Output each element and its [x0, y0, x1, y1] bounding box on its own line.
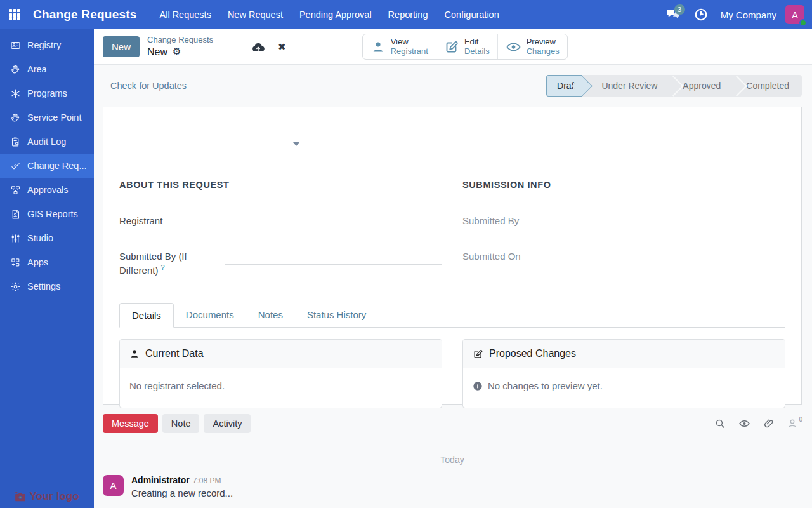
online-status-dot: [799, 19, 807, 27]
registrant-field[interactable]: [225, 213, 442, 229]
main-content: New Change Requests New ⚙ ✖ ViewRegistra…: [94, 29, 812, 508]
card-body-text: No registrant selected.: [129, 380, 225, 391]
report-icon: [10, 209, 21, 220]
record-name-dropdown[interactable]: [119, 133, 302, 150]
avatar-letter: A: [792, 10, 798, 20]
sidebar-item-area[interactable]: Area: [0, 57, 94, 81]
sidebar-item-change-requests[interactable]: Change Req...: [0, 154, 94, 178]
id-card-icon: [10, 40, 21, 51]
edit-details-button[interactable]: EditDetails: [436, 34, 497, 60]
sidebar-item-label: Programs: [27, 88, 67, 98]
menu-new-request[interactable]: New Request: [221, 6, 289, 23]
section-about-request: ABOUT THIS REQUEST: [119, 180, 442, 196]
gear-icon: [10, 281, 21, 292]
message-time: 7:08 PM: [193, 476, 221, 485]
followers-icon[interactable]: 0: [787, 418, 802, 429]
tab-documents[interactable]: Documents: [174, 303, 246, 328]
discard-icon[interactable]: ✖: [278, 41, 286, 53]
follower-count: 0: [799, 416, 802, 423]
author-avatar: A: [103, 475, 124, 496]
sidebar-item-registry[interactable]: Registry: [0, 33, 94, 57]
submitted-by-label: Submitted By: [462, 213, 568, 227]
sidebar-item-apps[interactable]: Apps: [0, 250, 94, 274]
control-panel: New Change Requests New ⚙ ✖ ViewRegistra…: [94, 29, 812, 65]
preview-changes-button[interactable]: PreviewChanges: [497, 34, 567, 60]
menu-pending-approval[interactable]: Pending Approval: [293, 6, 378, 23]
schedule-activity-button[interactable]: Activity: [204, 414, 251, 433]
audit-icon: [10, 137, 21, 147]
smart-buttons: ViewRegistrant EditDetails PreviewChange…: [362, 34, 568, 60]
company-switcher[interactable]: My Company: [721, 10, 776, 20]
notebook-tabs: Details Documents Notes Status History: [119, 302, 785, 328]
sidebar-item-label: Audit Log: [27, 137, 66, 147]
chevron-down-icon[interactable]: [293, 142, 299, 146]
tab-status-history[interactable]: Status History: [295, 303, 378, 328]
view-registrant-button[interactable]: ViewRegistrant: [363, 34, 436, 60]
watch-record-eye-icon[interactable]: [738, 418, 751, 429]
apps-grid-icon[interactable]: [0, 0, 29, 29]
submitted-by-if-different-field[interactable]: [225, 248, 442, 265]
search-messages-icon[interactable]: [714, 418, 726, 429]
breadcrumb-parent-link[interactable]: Change Requests: [147, 35, 213, 45]
save-cloud-icon[interactable]: [251, 41, 265, 52]
sidebar-item-audit-log[interactable]: Audit Log: [0, 130, 94, 154]
flow-icon: [10, 185, 21, 196]
sidebar: Registry Area Programs Service Point Aud…: [0, 29, 94, 508]
sidebar-item-label: Service Point: [27, 112, 81, 123]
sidebar-item-gis-reports[interactable]: GIS Reports: [0, 202, 94, 226]
submitted-on-value: [568, 248, 785, 265]
check-for-updates-link[interactable]: Check for Updates: [110, 81, 187, 91]
message-body: Creating a new record...: [131, 488, 233, 498]
sidebar-item-label: Change Req...: [27, 161, 87, 171]
menu-configuration[interactable]: Configuration: [438, 6, 505, 23]
registrant-label: Registrant: [119, 213, 225, 227]
card-title: Current Data: [145, 348, 204, 359]
status-step-approved[interactable]: Approved: [670, 75, 733, 97]
button-line1: Edit: [464, 37, 490, 47]
message-author: Administrator: [131, 475, 190, 485]
sidebar-item-settings[interactable]: Settings: [0, 274, 94, 298]
sidebar-item-programs[interactable]: Programs: [0, 81, 94, 105]
status-step-draft[interactable]: Draft: [546, 75, 582, 97]
button-line1: View: [391, 37, 428, 47]
send-message-button[interactable]: Message: [103, 414, 158, 433]
label-text: Submitted By (If Different): [119, 251, 187, 276]
current-data-card: Current Data No registrant selected.: [119, 339, 442, 408]
help-tooltip-icon: ?: [161, 264, 165, 271]
sidebar-item-label: Area: [27, 64, 47, 74]
log-note-button[interactable]: Note: [162, 414, 200, 433]
menu-reporting[interactable]: Reporting: [382, 6, 435, 23]
chatter: Message Note Activity 0 Today: [94, 405, 812, 498]
new-button[interactable]: New: [103, 36, 140, 57]
status-step-completed[interactable]: Completed: [733, 75, 802, 97]
sidebar-item-label: Apps: [27, 257, 48, 267]
status-step-under-review[interactable]: Under Review: [582, 75, 670, 97]
menu-all-requests[interactable]: All Requests: [153, 6, 217, 23]
logo-text: Your logo: [29, 490, 79, 503]
section-submission-info: SUBMISSION INFO: [462, 180, 785, 196]
date-divider-label: Today: [434, 455, 470, 465]
sidebar-item-approvals[interactable]: Approvals: [0, 178, 94, 202]
messages-icon[interactable]: 3: [662, 4, 684, 25]
eye-icon: [506, 39, 521, 55]
tab-details[interactable]: Details: [119, 303, 174, 328]
asterisk-icon: [10, 88, 21, 99]
submitted-by-value: [568, 213, 785, 229]
tab-notes[interactable]: Notes: [246, 303, 295, 328]
sidebar-item-label: Settings: [27, 281, 60, 291]
proposed-changes-card: Proposed Changes No changes to preview y…: [462, 339, 785, 408]
sidebar-item-service-point[interactable]: Service Point: [0, 105, 94, 130]
submitted-by-if-different-label: Submitted By (If Different) ?: [119, 248, 225, 277]
attachment-paperclip-icon[interactable]: [763, 418, 775, 429]
card-title: Proposed Changes: [489, 348, 576, 359]
submitted-on-label: Submitted On: [462, 248, 568, 263]
record-actions-gear-icon[interactable]: ⚙: [173, 46, 181, 58]
user-avatar[interactable]: A: [785, 5, 804, 24]
top-menu: All Requests New Request Pending Approva…: [153, 6, 505, 23]
activity-clock-icon[interactable]: [690, 4, 712, 25]
sidebar-item-label: GIS Reports: [27, 209, 78, 219]
sidebar-item-studio[interactable]: Studio: [0, 226, 94, 250]
hand-icon: [10, 112, 21, 123]
hand-icon: [10, 64, 21, 75]
edit-icon: [473, 349, 483, 359]
